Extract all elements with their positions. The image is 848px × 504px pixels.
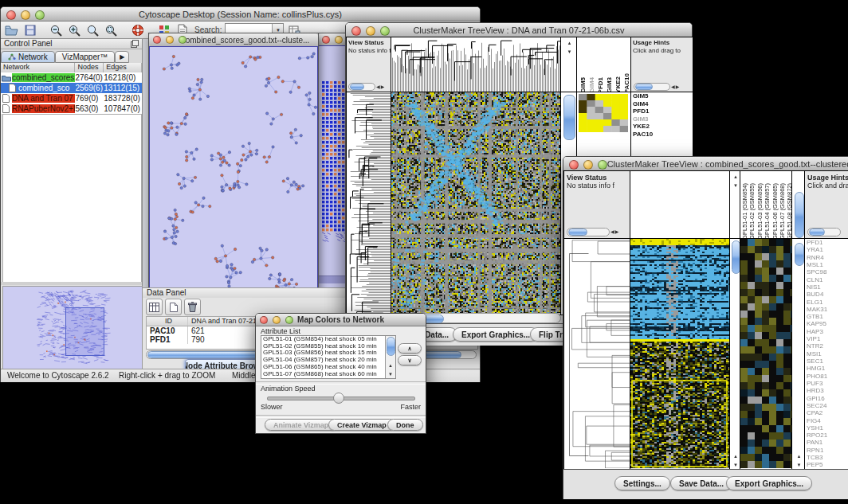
tab-vizmapper[interactable]: VizMapper™ [55,51,116,63]
export-graphics-button[interactable]: Export Graphics... [453,327,539,342]
scrollbar-thumb[interactable] [809,229,825,236]
scrollbar-thumb[interactable] [387,337,395,356]
attribute-item[interactable]: GPL51-02 (GSM855) heat shock 10 min [261,343,384,350]
zoom-heatmap-canvas[interactable] [740,239,791,468]
zoom-matrix-canvas[interactable] [579,94,628,132]
select-attributes-icon[interactable] [146,299,163,315]
panel-splitter[interactable] [1,282,142,285]
scroll-up-arrow[interactable]: ▲ [567,41,572,45]
tv1-row-dendrogram[interactable] [346,92,393,315]
scroll-down-arrow[interactable]: ▼ [388,372,393,377]
tab-network[interactable]: Network [1,51,55,63]
new-attribute-icon[interactable] [165,299,182,315]
scroll-down-arrow[interactable]: ▼ [567,49,572,54]
scroll-down-arrow[interactable]: ▼ [733,463,738,467]
row-tree-canvas[interactable] [564,239,630,468]
scroll-left-arrow[interactable]: ◀ [671,84,675,90]
done-button[interactable]: Done [387,419,423,431]
tv2-row-dendrogram[interactable] [563,238,632,471]
export-graphics-button[interactable]: Export Graphics... [726,476,812,490]
zoom-button[interactable] [35,10,45,20]
mini-hscrollbar[interactable] [807,228,841,236]
save-data-button[interactable]: Save Data... [670,476,732,490]
scroll-down-arrow[interactable]: ▼ [733,183,738,188]
tv2-heatmap[interactable] [630,238,732,471]
scrollbar-thumb[interactable] [795,243,804,266]
scroll-left-arrow[interactable]: ◀ [610,229,614,235]
attribute-item[interactable]: GPL51-01 (GSM854) heat shock 05 min [261,336,384,343]
move-attribute-up-button[interactable]: ∧ [398,343,422,354]
float-panel-icon[interactable] [131,40,139,49]
minimize-button[interactable] [273,316,281,324]
minimize-button[interactable] [21,10,30,20]
tv2-column-dendrogram[interactable] [630,170,732,240]
zoom-button[interactable] [285,316,293,324]
minimize-button[interactable] [583,160,593,170]
zoom-button[interactable] [380,26,390,36]
attribute-item[interactable]: GPL51-07 (GSM868) heat shock 60 min [261,371,384,378]
delete-attribute-icon[interactable] [184,299,201,315]
mini-hscrollbar[interactable] [348,83,375,91]
close-button[interactable] [322,36,330,44]
minimize-button[interactable] [166,36,174,44]
zoom-out-icon[interactable] [49,23,64,37]
open-file-button[interactable] [4,23,19,37]
mini-hscrollbar[interactable] [634,83,670,91]
zoom-selected-icon[interactable] [104,23,119,37]
scroll-right-arrow[interactable]: ▶ [615,229,619,235]
network-overview-thumbnail[interactable] [2,286,143,369]
scrollbar-thumb[interactable] [568,229,587,236]
attribute-list[interactable]: GPL51-01 (GSM854) heat shock 05 minGPL51… [261,335,396,379]
scrollbar-thumb[interactable] [563,95,575,140]
tv1-heatmap[interactable] [391,92,563,315]
heatmap-canvas[interactable] [391,92,560,313]
scroll-up-arrow[interactable]: ▲ [388,363,393,368]
mini-hscrollbar[interactable] [567,228,610,236]
zoom-in-icon[interactable] [67,23,82,37]
help-lifering-icon[interactable] [130,23,145,37]
scrollbar-thumb[interactable] [635,84,653,90]
scroll-down-arrow[interactable]: ▼ [797,463,802,467]
close-button[interactable] [569,160,579,170]
close-button[interactable] [153,36,161,44]
row-tree-canvas[interactable] [347,92,391,313]
tab-overflow-button[interactable]: ▶ [115,51,129,63]
tv2-zoom-heatmap[interactable] [740,238,794,471]
scroll-right-arrow[interactable]: ▶ [381,84,385,90]
scroll-left-arrow[interactable]: ◀ [376,84,380,90]
move-attribute-down-button[interactable]: ∨ [398,355,422,365]
network-table-row[interactable]: RNAPuberNov2+l 563(0) 107847(0) [1,104,142,114]
network-table-row[interactable]: combined_sco 2569(6) 13112(15) [1,83,142,93]
window-controls[interactable] [569,160,607,170]
scrollbar-thumb[interactable] [350,84,364,90]
save-session-button[interactable] [22,23,37,37]
attribute-list-vscrollbar[interactable]: ▲▼ [385,336,395,378]
speed-slider-thumb[interactable] [333,393,344,404]
zoom-button[interactable] [598,160,607,170]
window-controls[interactable] [6,10,45,20]
scroll-up-arrow[interactable]: ▲ [797,454,802,459]
scroll-up-arrow[interactable]: ▲ [733,454,738,459]
close-button[interactable] [260,316,268,324]
settings-button[interactable]: Settings... [614,476,670,490]
attribute-item[interactable]: GPL51-04 (GSM857) heat shock 20 min [261,357,384,364]
create-vizmap-button[interactable]: Create Vizmap [328,419,395,431]
window-controls[interactable] [260,316,293,324]
scrollbar-thumb[interactable] [795,192,804,238]
network-a-canvas[interactable] [150,47,317,294]
window-controls[interactable] [351,26,390,36]
minimize-button[interactable] [366,26,375,36]
attribute-item[interactable]: GPL51-06 (GSM865) heat shock 40 min [261,364,384,371]
scroll-right-arrow[interactable]: ▶ [676,84,680,90]
attribute-item[interactable]: GPL51-03 (GSM856) heat shock 15 min [261,350,384,357]
heatmap-canvas[interactable] [630,239,729,468]
network-table-row[interactable]: combined_scores 2764(0) 16218(0) [1,72,142,83]
column-tree-canvas[interactable] [391,37,560,92]
minimize-button[interactable] [335,36,343,44]
zoom-fit-icon[interactable] [85,23,100,37]
close-button[interactable] [6,10,16,20]
window-controls[interactable] [153,36,186,44]
overview-viewport-rect[interactable] [65,307,104,356]
zoom-button[interactable] [179,36,186,44]
network-table-row[interactable]: DNA and Tran 07 769(0) 183728(0) [1,93,142,104]
